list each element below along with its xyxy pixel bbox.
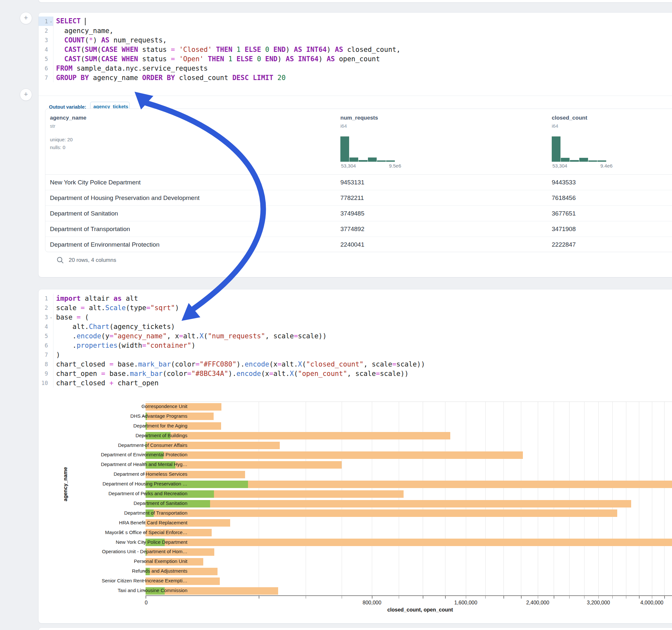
line-number: 2 — [39, 28, 49, 34]
code-line[interactable]: 6FROM sample_data.nyc.service_requests — [39, 64, 672, 73]
y-axis-label: Department of Transportation — [124, 510, 187, 516]
y-axis-label: Personal Exemption Unit — [134, 558, 187, 564]
table-cell: 7782211 — [340, 190, 364, 206]
code-line[interactable]: 4 CAST(SUM(CASE WHEN status = 'Closed' T… — [39, 45, 672, 54]
y-axis-label: Department of Sanitation — [134, 500, 187, 506]
table-cell: 3774892 — [340, 221, 364, 237]
table-row[interactable]: Department of Environmental Protection22… — [45, 237, 672, 252]
altair-chart: Correspondence UnitDHS Advantage Program… — [39, 289, 672, 623]
bar-closed-count — [146, 539, 672, 546]
table-cell: 3471908 — [552, 221, 576, 237]
table-footer: 20 rows, 4 columns — [56, 252, 116, 268]
gridline — [372, 402, 372, 595]
code-line[interactable]: 3 COUNT(*) AS num_requests, — [39, 35, 672, 45]
gridline — [664, 402, 665, 595]
python-cell: 1import altair as alt2scale = alt.Scale(… — [38, 289, 672, 624]
hist-min-label: 53,304 — [552, 163, 567, 169]
y-axis-label: Department of Parks and Recreation — [109, 491, 187, 496]
gridline — [584, 402, 584, 595]
y-axis-label: Department of Homeless Services — [114, 471, 187, 477]
line-number: 7 — [39, 75, 49, 81]
table-row[interactable]: New York City Police Department945313194… — [45, 175, 672, 190]
column-stat: nulls: 0 — [50, 144, 86, 151]
table-row[interactable]: Department of Housing Preservation and D… — [45, 190, 672, 206]
gridline — [521, 402, 521, 595]
column-name: closed_count — [552, 115, 626, 121]
text-cursor — [85, 18, 86, 25]
column-header-closed_count[interactable]: closed_counti6453,3049.4e6 — [552, 115, 626, 169]
y-axis-label: Refunds and Adjustments — [132, 568, 187, 574]
column-header-agency_name[interactable]: agency_namestrunique: 20nulls: 0 — [50, 115, 86, 151]
code-text: agency_name, — [53, 27, 114, 35]
bar-closed-count — [146, 500, 631, 508]
x-axis-title: closed_count, open_count — [387, 607, 453, 613]
table-cell: Department of Housing Preservation and D… — [50, 190, 200, 206]
column-histogram — [552, 137, 606, 162]
table-header: agency_namestrunique: 20nulls: 0num_requ… — [45, 109, 672, 175]
table-cell: 3677651 — [552, 206, 576, 221]
x-axis-tick-label: 2,400,000 — [526, 600, 549, 606]
results-table: agency_namestrunique: 20nulls: 0num_requ… — [45, 108, 672, 252]
add-cell-button-top[interactable]: + — [20, 12, 32, 24]
code-line[interactable]: 1⌄SELECT — [39, 17, 672, 26]
column-type: str — [50, 123, 86, 129]
y-axis-label: Correspondence Unit — [141, 404, 187, 409]
table-cell: 3749485 — [340, 206, 364, 221]
gridline — [342, 402, 342, 595]
hist-min-label: 53,304 — [341, 163, 356, 169]
code-line[interactable]: 5 CAST(SUM(CASE WHEN status = 'Open' THE… — [39, 54, 672, 64]
column-name: agency_name — [50, 115, 86, 121]
gridline — [613, 402, 613, 595]
line-number: 3 — [39, 37, 49, 43]
gridline — [445, 402, 446, 595]
y-axis-label: Department for the Aging — [133, 423, 187, 429]
y-axis-label: New York City Police Department — [116, 539, 187, 545]
table-cell: Department of Sanitation — [50, 206, 118, 221]
column-header-num_requests[interactable]: num_requestsi6453,3049.5e6 — [340, 115, 415, 169]
x-axis-line — [146, 595, 672, 596]
column-name: num_requests — [340, 115, 415, 121]
table-cell: 2240041 — [340, 237, 364, 252]
column-stat: unique: 20 — [50, 136, 86, 144]
add-cell-button-output[interactable]: + — [20, 89, 32, 101]
gridline — [639, 402, 639, 595]
y-axis-label: Mayorâ€ s Office of Special Enforce… — [105, 530, 187, 535]
bar-closed-count — [146, 452, 523, 459]
gridline — [569, 402, 570, 595]
hist-max-label: 9.5e6 — [389, 163, 401, 169]
row-count-label: 20 rows, 4 columns — [69, 257, 116, 264]
code-line[interactable]: 2 agency_name, — [39, 26, 672, 35]
gridline — [652, 402, 652, 595]
code-text: FROM sample_data.nyc.service_requests — [53, 65, 208, 72]
bar-closed-count — [146, 509, 617, 517]
search-icon[interactable] — [56, 256, 64, 264]
next-cell-strip — [38, 627, 672, 630]
x-axis-tick-label: 0 — [145, 600, 148, 606]
gridline — [466, 402, 466, 595]
x-axis-tick-label: 1,600,000 — [454, 600, 477, 606]
previous-cell-strip — [38, 0, 672, 3]
bar-closed-count — [146, 432, 450, 439]
table-cell: 9443533 — [552, 175, 576, 190]
table-cell: Department of Environmental Protection — [50, 237, 160, 252]
gridline — [503, 402, 504, 595]
line-number: 6 — [39, 65, 49, 72]
gridline — [259, 402, 259, 595]
table-row[interactable]: Department of Transportation377489234719… — [45, 221, 672, 237]
line-number: 1 — [39, 18, 49, 25]
y-axis-label: Department of Consumer Affairs — [118, 442, 187, 448]
x-axis-tick-label: 800,000 — [363, 600, 382, 606]
table-row[interactable]: Department of Sanitation37494853677651 — [45, 206, 672, 221]
line-number: 5 — [39, 56, 49, 62]
gridline — [598, 402, 599, 595]
sql-editor[interactable]: 1⌄SELECT 2 agency_name,3 COUNT(*) AS num… — [39, 13, 672, 82]
y-axis-label: Taxi and Limousine Commission — [118, 587, 187, 593]
code-text: COUNT(*) AS num_requests, — [53, 36, 167, 44]
table-cell: New York City Police Department — [50, 175, 141, 190]
y-axis-label: DHS Advantage Programs — [130, 413, 187, 419]
fold-caret-icon[interactable]: ⌄ — [49, 20, 53, 23]
code-line[interactable]: 7GROUP BY agency_name ORDER BY closed_co… — [39, 73, 672, 82]
gridline — [538, 402, 538, 595]
y-axis-title: agency_name — [63, 467, 68, 501]
gridline — [485, 402, 486, 595]
